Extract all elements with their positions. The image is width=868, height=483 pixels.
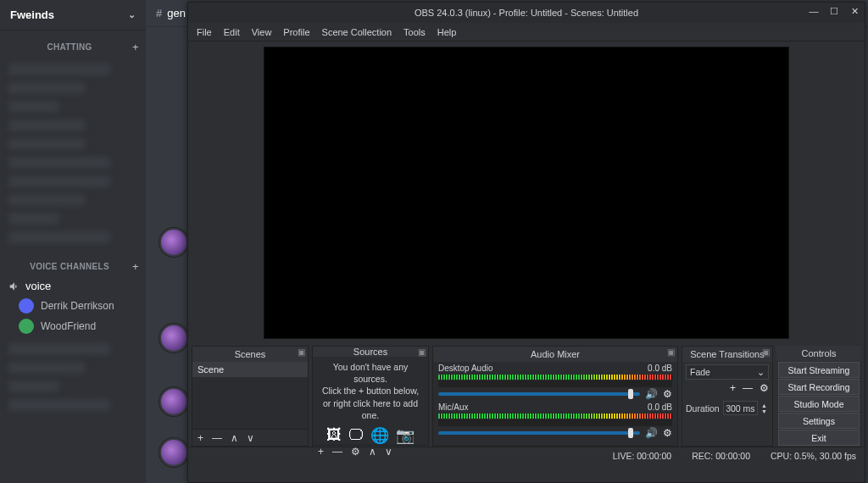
voice-channel[interactable]: voice — [0, 276, 146, 296]
menu-view[interactable]: View — [252, 27, 272, 37]
obs-window: OBS 24.0.3 (linux) - Profile: Untitled -… — [187, 2, 865, 483]
menu-scene-collection[interactable]: Scene Collection — [322, 27, 392, 37]
preview-area — [188, 42, 865, 343]
dock-title-label: Sources — [353, 347, 387, 357]
plus-icon[interactable]: + — [132, 260, 139, 273]
dock-controls: Controls Start Streaming Start Recording… — [776, 346, 861, 447]
speaker-icon — [8, 280, 20, 292]
spinner-icon[interactable]: ▲▼ — [761, 401, 769, 415]
volume-slider[interactable] — [438, 392, 640, 396]
window-title: OBS 24.0.3 (linux) - Profile: Untitled -… — [415, 8, 638, 18]
redacted-channel — [8, 231, 110, 243]
settings-button[interactable]: Settings — [778, 413, 860, 429]
redacted-row — [8, 343, 110, 355]
obs-docks: Scenes ▣ Scene + — ∧ ∨ Sources ▣ You don… — [188, 343, 865, 447]
add-icon[interactable]: + — [198, 432, 203, 444]
obs-statusbar: LIVE: 00:00:00 REC: 00:00:00 CPU: 0.5%, … — [188, 447, 865, 464]
redacted-channel — [8, 157, 110, 169]
dock-title-controls: Controls — [776, 346, 861, 361]
image-icon: 🖼 — [326, 426, 342, 445]
redacted-row — [8, 380, 59, 392]
speaker-icon[interactable]: 🔊 — [645, 427, 658, 439]
section-label: CHATTING — [47, 42, 92, 52]
redacted-row — [8, 362, 85, 374]
chevron-down-icon: ⌄ — [128, 9, 136, 20]
hash-icon: # — [156, 7, 162, 19]
menu-file[interactable]: File — [197, 27, 212, 37]
message-avatar — [159, 228, 188, 257]
duration-label: Duration — [686, 403, 720, 414]
dropdown-icon: ⌄ — [757, 367, 765, 377]
redacted-channel — [8, 213, 59, 225]
redacted-channel — [8, 82, 85, 94]
chat-channel-list — [0, 64, 146, 243]
audio-meter — [438, 375, 672, 380]
member-name: Derrik Derrikson — [41, 300, 114, 312]
channel-level: 0.0 dB — [648, 402, 672, 412]
server-header[interactable]: Fweinds ⌄ — [0, 0, 146, 31]
volume-slider[interactable] — [438, 431, 640, 435]
dock-close-icon[interactable]: ▣ — [298, 347, 305, 357]
voice-member[interactable]: WoodFriend — [0, 316, 146, 336]
start-recording-button[interactable]: Start Recording — [778, 379, 860, 395]
redacted-channel — [8, 138, 85, 150]
scenes-list[interactable]: Scene — [192, 362, 308, 429]
section-chatting[interactable]: CHATTING + — [0, 31, 146, 57]
plus-icon[interactable]: + — [132, 41, 139, 53]
dock-close-icon[interactable]: ▣ — [762, 347, 770, 357]
menu-tools[interactable]: Tools — [403, 27, 426, 37]
audio-meter — [438, 414, 672, 419]
server-name: Fweinds — [10, 8, 54, 21]
obs-titlebar[interactable]: OBS 24.0.3 (linux) - Profile: Untitled -… — [188, 3, 865, 23]
dock-close-icon[interactable]: ▣ — [418, 347, 426, 357]
status-live: LIVE: 00:00:00 — [613, 451, 671, 461]
menu-help[interactable]: Help — [437, 27, 457, 37]
scenes-toolbar: + — ∧ ∨ — [192, 429, 308, 446]
menu-profile[interactable]: Profile — [283, 27, 309, 37]
studio-mode-button[interactable]: Studio Mode — [778, 396, 860, 412]
gear-icon[interactable]: ⚙ — [760, 382, 769, 394]
maximise-icon[interactable]: ☐ — [827, 4, 841, 18]
dock-title-mixer: Audio Mixer ▣ — [433, 347, 677, 362]
scene-item[interactable]: Scene — [192, 362, 308, 377]
member-name: WoodFriend — [41, 320, 96, 332]
redacted-channel — [8, 101, 59, 113]
channel-name: Mic/Aux — [438, 402, 469, 412]
speaker-icon[interactable]: 🔊 — [645, 388, 658, 400]
dock-close-icon[interactable]: ▣ — [667, 347, 675, 357]
sources-list[interactable]: You don't have any sources. Click the + … — [313, 357, 428, 445]
redacted-channel — [8, 175, 110, 187]
display-icon: 🖵 — [348, 426, 364, 445]
mixer-body: Desktop Audio 0.0 dB 🔊 ⚙ — [433, 362, 677, 446]
add-icon[interactable]: + — [730, 382, 736, 394]
dock-title-transitions: Scene Transitions ▣ — [682, 347, 772, 362]
remove-icon[interactable]: — — [743, 382, 753, 394]
voice-member[interactable]: Derrik Derrikson — [0, 296, 146, 316]
transitions-body: Fade ⌄ + — ⚙ Duration 300 ms ▲▼ — [682, 362, 772, 419]
globe-icon: 🌐 — [370, 426, 389, 445]
remove-icon[interactable]: — — [212, 432, 222, 444]
discord-sidebar: Fweinds ⌄ CHATTING + VOICE CHANNELS + vo… — [0, 0, 146, 483]
duration-input[interactable]: 300 ms — [723, 401, 758, 415]
close-icon[interactable]: ✕ — [848, 4, 861, 18]
avatar-icon — [19, 298, 34, 314]
gear-icon[interactable]: ⚙ — [663, 427, 672, 439]
minimise-icon[interactable]: — — [807, 4, 821, 18]
preview-canvas[interactable] — [264, 47, 789, 339]
start-streaming-button[interactable]: Start Streaming — [778, 362, 860, 378]
duration-value: 300 ms — [726, 403, 754, 414]
section-voice[interactable]: VOICE CHANNELS + — [0, 250, 146, 276]
meter-ticks — [438, 419, 672, 426]
menu-edit[interactable]: Edit — [224, 27, 240, 37]
move-up-icon[interactable]: ∧ — [231, 432, 238, 444]
gear-icon[interactable]: ⚙ — [663, 388, 672, 400]
status-perf: CPU: 0.5%, 30.00 fps — [771, 451, 856, 461]
dock-title-label: Audio Mixer — [531, 349, 580, 359]
meter-ticks — [438, 380, 672, 387]
status-rec: REC: 00:00:00 — [692, 451, 750, 461]
dock-title-label: Scene Transitions — [690, 349, 764, 359]
transition-select[interactable]: Fade ⌄ — [686, 364, 769, 380]
dock-title-sources: Sources ▣ — [313, 347, 428, 357]
move-down-icon[interactable]: ∨ — [247, 432, 254, 444]
exit-button[interactable]: Exit — [778, 430, 860, 446]
